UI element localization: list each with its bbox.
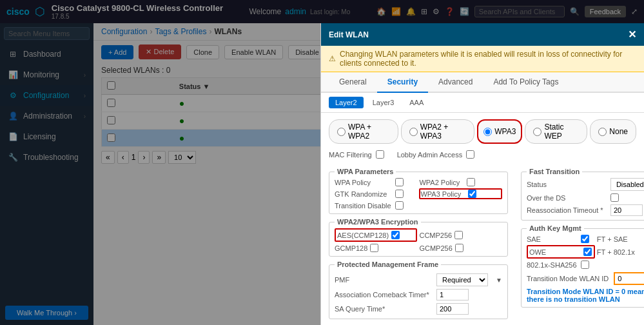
mac-filtering-row: MAC Filtering xyxy=(329,150,384,159)
transition-id-row: Transition Mode WLAN ID xyxy=(527,272,644,285)
8021x-sha256-checkbox[interactable] xyxy=(581,261,589,269)
ft-over-ds-label: Over the DS xyxy=(527,194,610,202)
lobby-admin-checkbox[interactable] xyxy=(466,150,474,159)
ccmp256-checkbox[interactable] xyxy=(454,231,463,239)
warning-text: Changing WLAN parameters while it is ena… xyxy=(340,50,636,68)
pmf-label: PMF xyxy=(335,276,431,284)
gcmp128-checkbox[interactable] xyxy=(370,244,378,252)
assoc-row: Association Comeback Timer* xyxy=(335,289,502,300)
tab-general[interactable]: General xyxy=(329,72,377,93)
wpa3-option[interactable]: WPA3 xyxy=(477,119,522,144)
wpa-params-grid: WPA Policy WPA2 Policy GTK Randomize xyxy=(335,178,502,210)
aes-ccmp128-label: AES(CCMP128) xyxy=(337,231,389,239)
sa-query-input[interactable] xyxy=(436,303,469,315)
tab-advanced[interactable]: Advanced xyxy=(428,72,483,93)
layer-tab-aaa[interactable]: AAA xyxy=(403,97,430,108)
gcmp128-label: GCMP128 xyxy=(335,244,367,252)
transition-disable-label: Transition Disable xyxy=(335,202,393,210)
edit-wlan-modal: Edit WLAN ✕ ⚠ Changing WLAN parameters w… xyxy=(320,23,644,325)
pmf-dropdown-icon: ▼ xyxy=(496,277,502,284)
8021x-sha256-label: 802.1x-SHA256 xyxy=(527,261,578,269)
layer-tab-layer3[interactable]: Layer3 xyxy=(366,97,401,108)
tab-add-to-policy-tags[interactable]: Add To Policy Tags xyxy=(483,72,569,93)
ft-reassoc-row: Reassociation Timeout * xyxy=(527,204,644,216)
lobby-admin-row: Lobby Admin Access xyxy=(397,150,475,159)
wpa2-wpa3-radio[interactable] xyxy=(409,128,418,136)
fast-transition-legend: Fast Transition xyxy=(527,168,582,175)
right-column: Fast Transition Status Disabled Enabled … xyxy=(514,168,644,324)
pmf-fieldset: Protected Management Frame PMF Required … xyxy=(329,261,508,319)
layer-tab-layer2[interactable]: Layer2 xyxy=(329,97,364,108)
gcmp128-row: GCMP128 xyxy=(335,244,417,252)
gcmp256-label: GCMP256 xyxy=(419,244,452,252)
sa-query-label: SA Query Time* xyxy=(335,305,431,313)
sae-row: SAE xyxy=(527,235,595,243)
wpa-wpa2-radio[interactable] xyxy=(337,128,346,136)
wpa-wpa2-label: WPA + WPA2 xyxy=(348,123,390,141)
sae-checkbox[interactable] xyxy=(581,235,589,243)
8021x-sha256-row: 802.1x-SHA256 xyxy=(527,261,595,269)
none-radio[interactable] xyxy=(598,128,607,136)
gcmp256-checkbox[interactable] xyxy=(455,244,463,252)
ft-status-select[interactable]: Disabled Enabled Adaptive xyxy=(610,178,644,191)
gtk-row: GTK Randomize xyxy=(335,188,417,199)
wpa-policy-label: WPA Policy xyxy=(335,179,393,186)
layer-tabs: Layer2 Layer3 AAA xyxy=(321,93,644,113)
modal-header: Edit WLAN ✕ xyxy=(321,23,644,46)
wpa2-policy-checkbox[interactable] xyxy=(467,178,475,186)
ccmp256-label: CCMP256 xyxy=(419,231,452,239)
gtk-checkbox[interactable] xyxy=(395,190,404,198)
transition-disable-checkbox[interactable] xyxy=(395,201,404,210)
encryption-fieldset: WPA2/WPA3 Encryption AES(CCMP128) CCMP25… xyxy=(329,218,508,257)
owe-label: OWE xyxy=(529,248,581,256)
pmf-select[interactable]: Required Optional Disabled xyxy=(436,273,488,286)
ft-reassoc-label: Reassociation Timeout * xyxy=(527,206,610,214)
wpa-options: WPA + WPA2 WPA2 + WPA3 WPA3 Static WEP N… xyxy=(329,119,636,144)
none-option[interactable]: None xyxy=(590,119,636,144)
ft-sae-label: FT + SAE xyxy=(597,235,644,243)
aes-ccmp128-row: AES(CCMP128) xyxy=(335,228,417,242)
modal-body: WPA + WPA2 WPA2 + WPA3 WPA3 Static WEP N… xyxy=(321,113,644,325)
ft-status-label: Status xyxy=(527,181,610,188)
wpa3-radio[interactable] xyxy=(483,128,492,136)
transition-note: Transition Mode WLAN ID = 0 means there … xyxy=(527,288,644,303)
mac-filtering-label: MAC Filtering xyxy=(329,151,372,159)
wpa-params-fieldset: WPA Parameters WPA Policy WPA2 Policy GT… xyxy=(329,168,508,214)
lobby-admin-label: Lobby Admin Access xyxy=(397,151,463,159)
wpa3-policy-row: WPA3 Policy xyxy=(419,188,502,199)
wpa3-label: WPA3 xyxy=(494,127,516,136)
fast-transition-fieldset: Fast Transition Status Disabled Enabled … xyxy=(521,168,644,221)
wpa-policy-row: WPA Policy xyxy=(335,178,417,186)
ft-over-ds-checkbox[interactable] xyxy=(610,193,619,202)
auth-key-grid: SAE FT + SAE OWE FT + 802.1x xyxy=(527,235,644,269)
ft-reassoc-input[interactable] xyxy=(610,204,643,216)
transition-id-input[interactable] xyxy=(614,272,644,285)
wpa2-wpa3-option[interactable]: WPA2 + WPA3 xyxy=(401,119,474,144)
wpa-wpa2-option[interactable]: WPA + WPA2 xyxy=(329,119,398,144)
wpa2-policy-label: WPA2 Policy xyxy=(419,179,464,186)
transition-id-label: Transition Mode WLAN ID xyxy=(527,275,609,282)
sae-label: SAE xyxy=(527,235,578,243)
static-wep-option[interactable]: Static WEP xyxy=(525,119,587,144)
wpa-policy-checkbox[interactable] xyxy=(395,178,404,186)
owe-checkbox[interactable] xyxy=(583,248,592,256)
encryption-legend: WPA2/WPA3 Encryption xyxy=(335,218,421,226)
none-label: None xyxy=(609,127,628,136)
owe-row: OWE xyxy=(527,245,595,259)
tab-security[interactable]: Security xyxy=(377,72,428,93)
aes-ccmp128-checkbox[interactable] xyxy=(391,231,400,239)
wpa3-policy-checkbox[interactable] xyxy=(468,190,476,198)
wpa3-policy-label: WPA3 Policy xyxy=(420,190,465,198)
left-column: WPA Parameters WPA Policy WPA2 Policy GT… xyxy=(329,168,508,324)
mac-filtering-checkbox[interactable] xyxy=(376,150,384,159)
static-wep-radio[interactable] xyxy=(533,128,542,136)
two-column-layout: WPA Parameters WPA Policy WPA2 Policy GT… xyxy=(329,168,636,324)
sa-query-row: SA Query Time* xyxy=(335,303,502,315)
auth-key-fieldset: Auth Key Mgmt SAE FT + SAE OWE xyxy=(521,224,644,308)
assoc-input[interactable] xyxy=(436,289,469,300)
warning-icon: ⚠ xyxy=(329,54,336,63)
modal-close-button[interactable]: ✕ xyxy=(628,28,636,41)
ccmp256-row: CCMP256 xyxy=(419,228,502,242)
transition-disable-row: Transition Disable xyxy=(335,201,417,210)
ft-8021x-row: FT + 802.1x xyxy=(597,245,644,259)
